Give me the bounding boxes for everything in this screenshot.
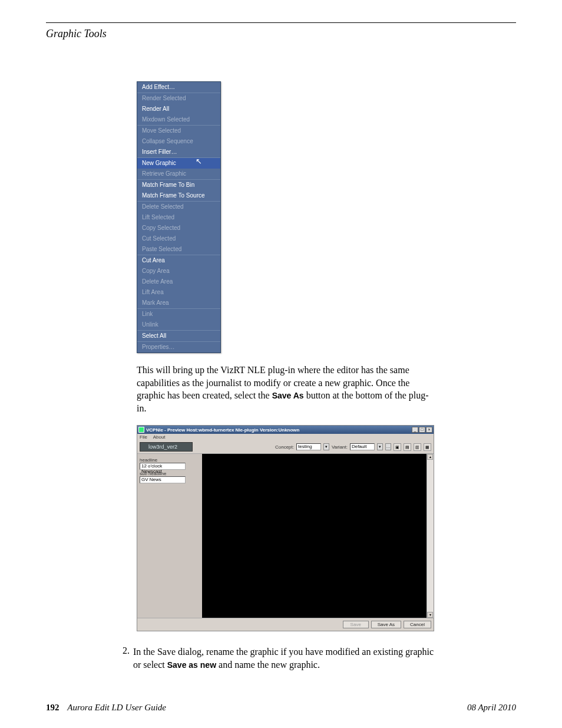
cancel-button[interactable]: Cancel — [404, 621, 431, 628]
menu-item-collapse-sequence: Collapse Sequence — [137, 136, 220, 147]
step-text: In the Save dialog, rename the graphic i… — [133, 645, 439, 671]
plugin-form: headline 12 o'clock Newscast sub headlin… — [137, 454, 202, 618]
menu-item-paste-selected: Paste Selected — [137, 244, 220, 255]
menu-item-lift-area: Lift Area — [137, 287, 220, 298]
toolbar-extra[interactable]: … — [385, 443, 391, 450]
doc-title: Aurora Edit LD User Guide — [67, 703, 166, 712]
body-paragraph: This will bring up the VizRT NLE plug-in… — [137, 364, 437, 414]
plugin-titlebar: VCPNle - Preview Host:wbmd-turnertex Nle… — [137, 426, 434, 434]
headline-label: headline — [140, 457, 200, 463]
menu-item-cut-selected: Cut Selected — [137, 233, 220, 244]
menu-item-link: Link — [137, 309, 220, 319]
variant-combo-arrow[interactable]: ▾ — [377, 443, 383, 450]
save-as-new-label: Save as new — [167, 660, 216, 670]
plugin-menubar: File About — [137, 434, 434, 440]
close-button[interactable]: × — [426, 427, 432, 433]
maximize-button[interactable]: □ — [419, 427, 425, 433]
app-icon — [138, 427, 144, 433]
menu-item-delete-selected: Delete Selected — [137, 202, 220, 212]
concept-label: Concept: — [275, 444, 294, 450]
scroll-up-icon[interactable]: ▴ — [427, 454, 433, 460]
menu-file[interactable]: File — [140, 434, 147, 440]
variant-combo[interactable]: Default — [350, 443, 375, 450]
scroll-down-icon[interactable]: ▾ — [427, 612, 433, 618]
toolbar-btn-1[interactable]: ▣ — [394, 443, 401, 451]
step2-post: and name the new graphic. — [219, 660, 320, 670]
plugin-scrollbar[interactable]: ▴ ▾ — [427, 454, 434, 618]
plugin-footer: Save Save As Cancel — [137, 618, 434, 631]
sub-headline-input[interactable]: GV News — [140, 476, 186, 483]
context-menu: Add Effect…Render SelectedRender AllMixd… — [137, 81, 221, 353]
plugin-toolbar: low3rd_ver2 Concept: testing ▾ Variant: … — [137, 440, 434, 454]
menu-item-match-frame-to-bin[interactable]: Match Frame To Bin — [137, 180, 220, 190]
page-number: 192 — [46, 703, 59, 712]
menu-item-cut-area[interactable]: Cut Area — [137, 255, 220, 266]
template-name: low3rd_ver2 — [140, 442, 193, 452]
menu-item-properties: Properties… — [137, 342, 220, 353]
menu-item-select-all[interactable]: Select All — [137, 331, 220, 341]
headline-input[interactable]: 12 o'clock Newscast — [140, 463, 186, 470]
menu-item-match-frame-to-source[interactable]: Match Frame To Source — [137, 190, 220, 201]
plugin-preview-area — [202, 454, 427, 618]
plugin-title: VCPNle - Preview Host:wbmd-turnertex Nle… — [146, 427, 412, 433]
menu-item-new-graphic[interactable]: New Graphic↖ — [137, 158, 220, 169]
save-as-label: Save As — [272, 391, 304, 400]
menu-item-copy-area: Copy Area — [137, 266, 220, 276]
menu-item-copy-selected: Copy Selected — [137, 223, 220, 233]
concept-combo-arrow[interactable]: ▾ — [323, 443, 329, 450]
variant-label: Variant: — [332, 444, 348, 450]
menu-item-render-selected: Render Selected — [137, 93, 220, 104]
menu-item-render-all[interactable]: Render All — [137, 104, 220, 114]
menu-item-retrieve-graphic: Retrieve Graphic — [137, 169, 220, 179]
concept-combo[interactable]: testing — [296, 443, 321, 450]
save-as-button[interactable]: Save As — [371, 621, 401, 628]
menu-item-move-selected: Move Selected — [137, 126, 220, 136]
menu-item-mark-area: Mark Area — [137, 298, 220, 308]
section-title: Graphic Tools — [46, 28, 516, 40]
menu-item-lift-selected: Lift Selected — [137, 212, 220, 223]
page-date: 08 April 2010 — [467, 703, 516, 713]
menu-about[interactable]: About — [153, 434, 166, 440]
sub-headline-label: sub headline — [140, 471, 200, 476]
toolbar-btn-3[interactable]: ▥ — [414, 443, 421, 451]
save-button[interactable]: Save — [343, 621, 369, 628]
menu-item-delete-area: Delete Area — [137, 276, 220, 287]
page-footer: 192 Aurora Edit LD User Guide 08 April 2… — [46, 703, 516, 713]
menu-item-add-effect[interactable]: Add Effect… — [137, 82, 220, 93]
cursor-icon: ↖ — [196, 157, 202, 166]
toolbar-btn-4[interactable]: ▦ — [424, 443, 431, 451]
vizrt-plugin-window: VCPNle - Preview Host:wbmd-turnertex Nle… — [137, 425, 434, 631]
menu-item-insert-filler[interactable]: Insert Filler… — [137, 147, 220, 157]
toolbar-btn-2[interactable]: ▤ — [404, 443, 411, 451]
menu-item-unlink: Unlink — [137, 319, 220, 330]
step-number: 2. — [119, 645, 133, 671]
minimize-button[interactable]: _ — [412, 427, 418, 433]
menu-item-mixdown-selected: Mixdown Selected — [137, 114, 220, 125]
